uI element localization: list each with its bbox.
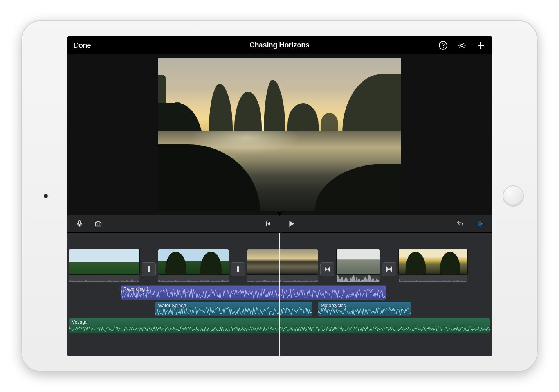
ipad-device-frame: Done Chasing Horizons [21,20,538,372]
audio-tracks[interactable]: Recording 1 Water SplashMotorcycles Voya… [67,285,492,334]
audio-clip[interactable]: Motorcycles [318,302,411,316]
svg-rect-5 [148,266,150,272]
video-clip[interactable] [158,249,229,282]
clip-audio-strip [247,275,318,282]
ipad-camera [44,194,48,198]
clip-thumbnail [399,249,433,274]
video-track[interactable] [67,249,492,284]
play-icon[interactable] [286,219,296,229]
clip-thumbnail [433,249,467,274]
audio-row[interactable]: Water SplashMotorcycles [67,302,492,318]
gear-icon[interactable] [457,40,467,50]
svg-rect-6 [237,266,239,272]
svg-point-2 [460,44,463,46]
done-button[interactable]: Done [74,41,91,49]
clip-thumbnail [247,249,283,274]
video-clip[interactable] [247,249,318,282]
svg-rect-3 [78,220,81,224]
plus-icon[interactable] [476,40,486,50]
ipad-home-button[interactable] [503,185,524,207]
clip-audio-strip [337,275,380,282]
project-title: Chasing Horizons [249,41,309,49]
audio-row[interactable]: Recording 1 [67,285,492,302]
clip-thumbnail [158,249,193,274]
transition-none-icon[interactable] [142,262,156,276]
help-icon[interactable] [438,40,448,50]
transition-cross-icon[interactable] [320,262,334,276]
microphone-icon[interactable] [74,219,85,229]
audio-clip[interactable]: Water Splash [155,302,312,316]
clip-audio-strip [399,275,467,282]
video-clip[interactable] [69,249,139,282]
clip-thumbnail [69,249,104,274]
transition-cross-icon[interactable] [382,262,396,276]
clip-thumbnail [283,249,318,274]
audio-clip[interactable]: Recording 1 [121,285,386,300]
camera-icon[interactable] [93,219,103,229]
timeline[interactable]: Recording 1 Water SplashMotorcycles Voya… [67,233,492,356]
skip-back-icon[interactable] [263,219,273,229]
video-clip[interactable] [337,249,380,282]
clip-thumbnail [104,249,139,274]
app-screen: Done Chasing Horizons [67,36,492,356]
transport-bar [67,215,492,233]
clip-audio-strip [158,275,229,282]
audio-clip[interactable]: Voyage [69,318,490,333]
top-bar: Done Chasing Horizons [67,36,492,54]
svg-point-1 [443,47,444,48]
clip-thumbnail [337,249,380,274]
audio-row[interactable]: Voyage [67,318,492,334]
playhead-marker-icon [276,212,283,217]
clip-thumbnail [193,249,229,274]
video-clip[interactable] [399,249,467,282]
waveform-icon[interactable] [475,219,485,229]
clip-audio-strip [69,275,139,282]
video-preview[interactable] [67,54,492,215]
transition-none-icon[interactable] [231,262,245,276]
svg-point-4 [97,223,99,225]
preview-frame [158,58,401,211]
undo-icon[interactable] [455,219,465,229]
